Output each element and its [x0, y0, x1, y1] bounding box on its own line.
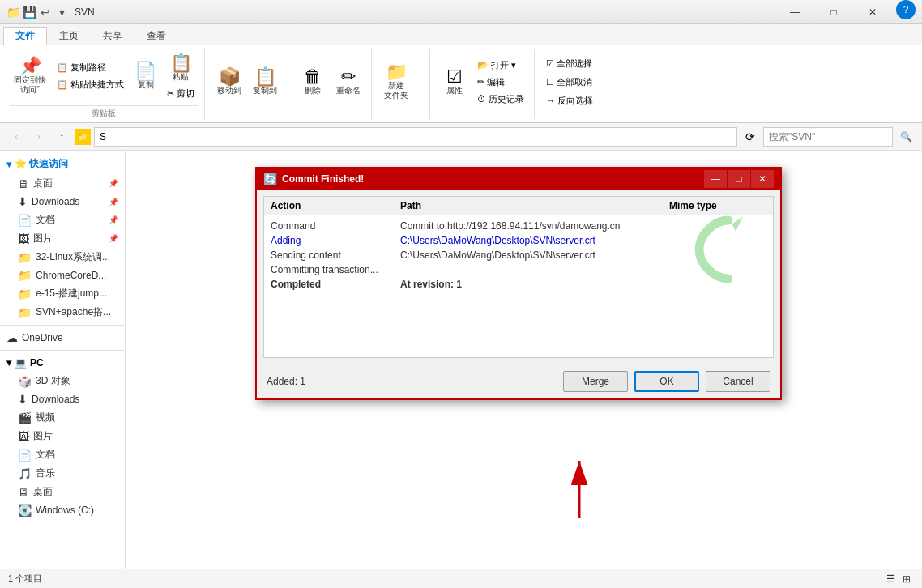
- col-header-mime: Mime type: [669, 200, 766, 211]
- sidebar-item-downloads[interactable]: ⬇ Downloads 📌: [0, 193, 125, 211]
- select-all-button[interactable]: ☑ 全部选择: [543, 56, 595, 71]
- sidebar-item-svn[interactable]: 📁 SVN+apache搭...: [0, 303, 125, 322]
- pc-label: PC: [30, 357, 44, 369]
- edit-file-button[interactable]: ✏ 编辑: [474, 75, 527, 90]
- paste-shortcut-button[interactable]: 📋 粘贴快捷方式: [53, 77, 127, 92]
- rename-button[interactable]: ✏ 重命名: [332, 66, 365, 98]
- rename-icon: ✏: [341, 68, 356, 86]
- refresh-button[interactable]: ⟳: [741, 127, 760, 147]
- dialog-maximize-button[interactable]: □: [728, 170, 750, 188]
- sidebar-item-video[interactable]: 🎬 视频: [0, 408, 125, 427]
- sidebar-item-desktop-pc[interactable]: 🖥 桌面: [0, 483, 125, 501]
- select-none-icon: ☐: [546, 77, 554, 87]
- ribbon-group-clipboard: 📌 固定到快访问" 📋 复制路径 📋 粘贴快捷方式 📄 复制: [3, 49, 205, 119]
- title-bar: 📁 💾 ↩ ▾ SVN — □ ✕ ?: [0, 0, 922, 24]
- new-group-label: [380, 117, 423, 119]
- quick-access-undo[interactable]: ↩: [39, 6, 52, 19]
- history-button[interactable]: ⏱ 历史记录: [474, 92, 527, 107]
- quick-access-dropdown[interactable]: ▾: [55, 6, 68, 19]
- quick-access-save[interactable]: 💾: [23, 6, 36, 19]
- sidebar-item-downloads-pc[interactable]: ⬇ Downloads: [0, 390, 125, 408]
- move-to-button[interactable]: 📦 移动到: [213, 66, 245, 98]
- sidebar-item-3d[interactable]: 🎲 3D 对象: [0, 372, 125, 390]
- ribbon-group-new: 📁 新建文件夹: [373, 49, 430, 119]
- dialog-buttons: Merge OK Cancel: [563, 371, 770, 392]
- quick-access-header[interactable]: ▾ ⭐ 快速访问: [0, 154, 125, 174]
- help-button[interactable]: ?: [896, 0, 916, 19]
- sidebar-item-chrome[interactable]: 📁 ChromeCoreD...: [0, 266, 125, 284]
- sidebar-item-onedrive[interactable]: ☁ OneDrive: [0, 329, 125, 347]
- properties-button[interactable]: ☑ 属性: [438, 66, 471, 98]
- open-button[interactable]: 📂 打开 ▾: [474, 58, 527, 73]
- status-view-buttons: ☰ ⊞: [883, 572, 914, 586]
- sidebar-item-linux[interactable]: 📁 32-Linux系统调...: [0, 248, 125, 266]
- search-button[interactable]: 🔍: [896, 127, 916, 147]
- minimize-button[interactable]: —: [776, 0, 813, 24]
- select-all-icon: ☑: [546, 58, 554, 69]
- sidebar-item-pictures-pc[interactable]: 🖼 图片: [0, 427, 125, 445]
- ribbon-group-btns-edit: 🗑 删除 ✏ 重命名: [297, 49, 365, 115]
- invert-icon: ↔: [546, 96, 555, 105]
- search-input[interactable]: [763, 127, 893, 147]
- paste-button[interactable]: 📋 粘贴: [166, 52, 196, 84]
- pin-icon-4: 📌: [109, 234, 118, 243]
- dialog-title-controls: — □ ✕: [704, 170, 774, 188]
- edit-group-label: [297, 117, 365, 119]
- tab-file[interactable]: 文件: [3, 27, 47, 45]
- desktop-icon: 🖥: [18, 177, 29, 190]
- copy-to-icon: 📋: [254, 68, 276, 86]
- delete-icon: 🗑: [304, 68, 322, 86]
- dialog-close-button[interactable]: ✕: [751, 170, 774, 188]
- sidebar-item-windows-c[interactable]: 💽 Windows (C:): [0, 501, 125, 519]
- back-button[interactable]: ‹: [6, 127, 26, 147]
- ribbon-tabs: 文件 主页 共享 查看: [0, 24, 922, 45]
- invert-selection-button[interactable]: ↔ 反向选择: [543, 93, 596, 109]
- up-button[interactable]: ↑: [52, 127, 71, 147]
- maximize-button[interactable]: □: [815, 0, 852, 24]
- col-header-path: Path: [400, 200, 669, 211]
- forward-button[interactable]: ›: [29, 127, 49, 147]
- copy-to-button[interactable]: 📋 复制到: [249, 66, 281, 98]
- address-input[interactable]: [94, 127, 737, 147]
- dialog-minimize-button[interactable]: —: [704, 170, 727, 188]
- dialog-title-bar: 🔄 Commit Finished! — □ ✕: [257, 168, 780, 190]
- select-none-button[interactable]: ☐ 全部取消: [543, 75, 595, 90]
- pc-header[interactable]: ▾ 💻 PC: [0, 354, 125, 372]
- commit-dialog: 🔄 Commit Finished! — □ ✕ Action Path Mim…: [255, 167, 782, 400]
- folder-icon-1: 📁: [18, 251, 32, 264]
- dialog-body: Action Path Mime type Command Commit to …: [257, 190, 780, 364]
- cancel-button[interactable]: Cancel: [706, 371, 770, 392]
- view-details-button[interactable]: ☰: [883, 572, 898, 586]
- sidebar-item-documents[interactable]: 📄 文档 📌: [0, 211, 125, 229]
- delete-button[interactable]: 🗑 删除: [297, 66, 329, 98]
- sidebar-item-desktop[interactable]: 🖥 桌面 📌: [0, 174, 125, 193]
- pin-to-quick-access-button[interactable]: 📌 固定到快访问": [10, 55, 50, 97]
- history-icon: ⏱: [477, 94, 486, 104]
- sidebar-item-e15[interactable]: 📁 e-15-搭建jump...: [0, 284, 125, 303]
- tab-share[interactable]: 共享: [91, 27, 134, 45]
- ribbon-group-btns-select: ☑ 全部选择 ☐ 全部取消 ↔ 反向选择: [543, 49, 603, 115]
- pictures-pc-icon: 🖼: [18, 430, 29, 443]
- copy-button[interactable]: 📄 复制: [130, 60, 160, 92]
- tab-home[interactable]: 主页: [47, 27, 91, 45]
- sidebar-separator-2: [0, 350, 125, 351]
- pin-icon-2: 📌: [109, 198, 118, 207]
- sidebar-item-music[interactable]: 🎵 音乐: [0, 464, 125, 483]
- ribbon-group-organize: 📦 移动到 📋 复制到: [207, 49, 288, 119]
- cut-button[interactable]: ✂ 剪切: [164, 86, 198, 101]
- close-button[interactable]: ✕: [854, 0, 891, 24]
- merge-button[interactable]: Merge: [563, 371, 628, 392]
- view-tiles-button[interactable]: ⊞: [899, 572, 914, 586]
- new-folder-button[interactable]: 📁 新建文件夹: [380, 61, 412, 103]
- copy-path-button[interactable]: 📋 复制路径: [53, 60, 127, 75]
- tab-view[interactable]: 查看: [134, 27, 178, 45]
- onedrive-icon: ☁: [6, 331, 18, 344]
- sidebar-item-pictures[interactable]: 🖼 图片 📌: [0, 229, 125, 248]
- window-title: SVN: [75, 6, 95, 18]
- select-group-label: [543, 117, 603, 119]
- pc-icon: 💻: [15, 357, 27, 369]
- copy-icon: 📄: [134, 62, 156, 80]
- ok-button[interactable]: OK: [634, 371, 699, 392]
- sidebar-item-documents-pc[interactable]: 📄 文档: [0, 445, 125, 464]
- row-action-2: Sending content: [271, 249, 400, 261]
